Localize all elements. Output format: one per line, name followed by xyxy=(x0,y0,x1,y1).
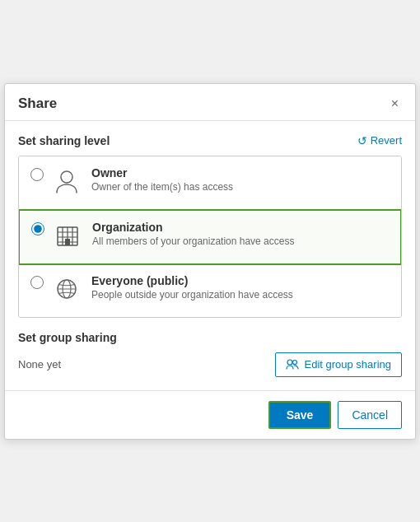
everyone-option-text: Everyone (public) People outside your or… xyxy=(91,274,390,301)
owner-desc: Owner of the item(s) has access xyxy=(91,181,390,193)
everyone-option[interactable]: Everyone (public) People outside your or… xyxy=(19,264,401,317)
owner-option-text: Owner Owner of the item(s) has access xyxy=(91,166,390,193)
owner-label: Owner xyxy=(91,166,390,179)
dialog-footer: Save Cancel xyxy=(5,390,415,439)
dialog-header: Share × xyxy=(5,84,415,121)
owner-option[interactable]: Owner Owner of the item(s) has access xyxy=(19,156,401,210)
save-button[interactable]: Save xyxy=(268,401,332,429)
owner-icon xyxy=(52,166,82,199)
everyone-radio[interactable] xyxy=(30,276,44,289)
owner-radio[interactable] xyxy=(30,168,44,181)
revert-icon: ↺ xyxy=(357,134,367,147)
edit-group-icon xyxy=(286,358,299,371)
organization-option-text: Organization All members of your organiz… xyxy=(92,221,389,247)
organization-desc: All members of your organization have ac… xyxy=(92,235,389,247)
everyone-label: Everyone (public) xyxy=(91,274,390,287)
everyone-icon xyxy=(52,274,82,307)
sharing-options: Owner Owner of the item(s) has access xyxy=(18,156,402,318)
group-sharing-section: Set group sharing None yet Edit group sh… xyxy=(18,318,402,390)
organization-icon xyxy=(53,221,82,254)
revert-button[interactable]: ↺ Revert xyxy=(357,134,402,147)
svg-point-12 xyxy=(287,360,292,365)
everyone-radio-wrap xyxy=(30,276,44,292)
everyone-desc: People outside your organization have ac… xyxy=(91,289,390,301)
organization-radio-wrap xyxy=(31,222,44,239)
close-button[interactable]: × xyxy=(388,96,402,112)
svg-rect-8 xyxy=(65,239,70,245)
sharing-level-header: Set sharing level ↺ Revert xyxy=(18,134,402,147)
svg-point-0 xyxy=(61,171,72,183)
svg-point-13 xyxy=(293,360,297,364)
organization-option[interactable]: Organization All members of your organiz… xyxy=(18,209,402,265)
share-dialog: Share × Set sharing level ↺ Revert xyxy=(4,83,416,440)
group-sharing-title: Set group sharing xyxy=(18,331,402,344)
dialog-body: Set sharing level ↺ Revert xyxy=(5,121,415,390)
organization-label: Organization xyxy=(92,221,389,234)
owner-radio-wrap xyxy=(30,168,44,184)
dialog-title: Share xyxy=(18,96,57,112)
none-yet-label: None yet xyxy=(18,358,61,371)
revert-label: Revert xyxy=(371,134,402,147)
edit-group-label: Edit group sharing xyxy=(304,358,391,371)
group-sharing-row: None yet Edit group sharing xyxy=(18,352,402,390)
sharing-level-title: Set sharing level xyxy=(18,134,110,147)
organization-radio[interactable] xyxy=(31,222,44,235)
cancel-button[interactable]: Cancel xyxy=(338,401,402,429)
edit-group-sharing-button[interactable]: Edit group sharing xyxy=(275,352,402,377)
